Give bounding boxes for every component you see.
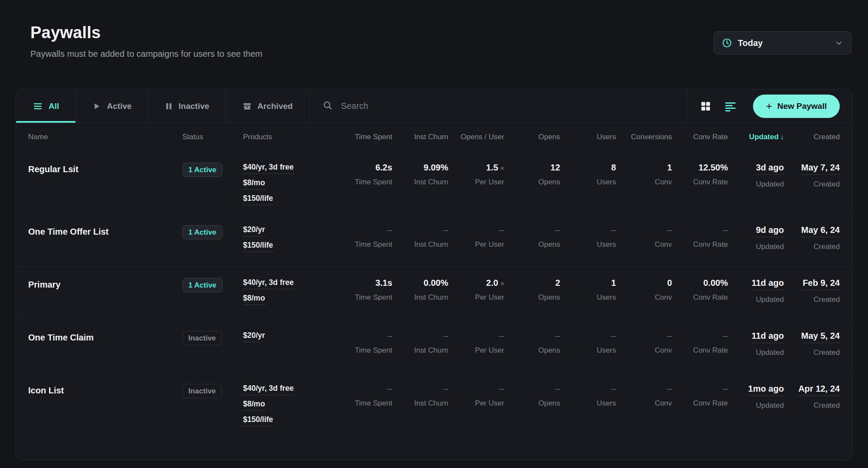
paywall-name: One Time Offer List	[28, 225, 182, 256]
status-cell: 1 Active	[182, 163, 243, 203]
tab-archived[interactable]: Archived	[226, 89, 309, 123]
metric-value-text: 3d ago	[756, 163, 784, 175]
product-item[interactable]: $150/life	[243, 415, 336, 424]
tab-inactive[interactable]: Inactive	[148, 89, 226, 123]
metric-sublabel: Time Spent	[336, 293, 392, 302]
metric-value-text: Apr 12, 24	[798, 384, 840, 396]
metric-sublabel: Conv Rate	[672, 240, 728, 249]
multiplier-suffix: ×	[500, 164, 504, 172]
metric-value: –	[336, 384, 392, 394]
paywalls-panel: AllActiveInactiveArchived	[16, 89, 852, 460]
tab-active[interactable]: Active	[76, 89, 148, 123]
paywall-name: Regular Lsit	[28, 163, 182, 203]
product-label: $40/yr, 3d free	[243, 278, 294, 289]
column-header-created[interactable]: Created	[784, 133, 840, 141]
column-header-users[interactable]: Users	[560, 133, 616, 141]
product-item[interactable]: $20/yr	[243, 331, 336, 340]
product-item[interactable]: $20/yr	[243, 225, 336, 234]
metric-sublabel: Conv	[616, 240, 672, 249]
column-header-conv_rate[interactable]: Conv Rate	[672, 133, 728, 141]
table-header-row: NameStatusProductsTime SpentInst ChurnOp…	[16, 123, 852, 151]
products-cell: $20/yr	[243, 331, 336, 362]
metric-time_spent: 3.1sTime Spent	[336, 278, 392, 309]
product-item[interactable]: $8/mo	[243, 294, 336, 303]
metric-inst_churn: 9.09%Inst Churn	[392, 163, 448, 203]
metric-sublabel: Updated	[728, 401, 784, 410]
status-badge: Inactive	[182, 384, 222, 398]
table-row[interactable]: One Time ClaimInactive$20/yr–Time Spent–…	[16, 319, 852, 372]
search-box[interactable]	[309, 89, 687, 123]
product-item[interactable]: $40/yr, 3d free	[243, 384, 336, 393]
table-row[interactable]: Primary1 Active$40/yr, 3d free$8/mo3.1sT…	[16, 266, 852, 319]
product-item[interactable]: $8/mo	[243, 178, 336, 187]
metric-per_user: 2.0×Per User	[448, 278, 504, 309]
metric-users: 8Users	[560, 163, 616, 203]
metric-value: –	[392, 384, 448, 394]
clock-icon	[722, 38, 732, 48]
metric-value: 6.2s	[336, 163, 392, 173]
product-label: $20/yr	[243, 225, 265, 236]
column-header-inst_churn[interactable]: Inst Churn	[392, 133, 448, 141]
metric-opens: 2Opens	[504, 278, 560, 309]
product-item[interactable]: $40/yr, 3d free	[243, 163, 336, 172]
metric-sublabel: Inst Churn	[392, 178, 448, 187]
product-label: $40/yr, 3d free	[243, 384, 294, 395]
metric-sublabel: Created	[784, 180, 840, 189]
column-header-opens[interactable]: Opens	[504, 133, 560, 141]
tab-label: Inactive	[178, 101, 209, 111]
tabs: AllActiveInactiveArchived	[16, 89, 309, 123]
play-icon	[92, 102, 101, 111]
metric-value: –	[448, 331, 504, 341]
metric-value: 12.50%	[672, 163, 728, 173]
column-header-time_spent[interactable]: Time Spent	[336, 133, 392, 141]
metric-per_user: –Per User	[448, 225, 504, 256]
metric-conv: 1Conv	[616, 163, 672, 203]
metric-users: –Users	[560, 225, 616, 256]
metric-sublabel: Updated	[728, 295, 784, 304]
metric-sublabel: Created	[784, 401, 840, 410]
metric-value: 1.5×	[448, 163, 504, 173]
metric-value: –	[336, 331, 392, 341]
metric-sublabel: Conv Rate	[672, 346, 728, 355]
metric-value: 8	[560, 163, 616, 173]
metric-conv_rate: –Conv Rate	[672, 331, 728, 362]
new-paywall-label: New Paywall	[777, 101, 827, 111]
column-header-name[interactable]: Name	[28, 133, 182, 141]
product-label: $8/mo	[243, 399, 265, 411]
new-paywall-button[interactable]: + New Paywall	[753, 95, 840, 118]
metric-value: 0	[616, 278, 672, 288]
table-row[interactable]: Regular Lsit1 Active$40/yr, 3d free$8/mo…	[16, 151, 852, 213]
date-filter-dropdown[interactable]: Today	[713, 31, 852, 55]
search-input[interactable]	[341, 101, 674, 111]
column-header-status[interactable]: Status	[182, 133, 243, 141]
metric-sublabel: Per User	[448, 399, 504, 408]
metric-sublabel: Updated	[728, 242, 784, 251]
metric-value: –	[448, 225, 504, 235]
metric-value: –	[616, 331, 672, 341]
metric-sublabel: Created	[784, 348, 840, 357]
product-item[interactable]: $150/life	[243, 194, 336, 203]
metric-sublabel: Users	[560, 178, 616, 187]
status-badge: Inactive	[182, 331, 222, 345]
metric-value: 0.00%	[672, 278, 728, 288]
tab-all[interactable]: All	[16, 89, 76, 123]
table-row[interactable]: One Time Offer List1 Active$20/yr$150/li…	[16, 213, 852, 266]
column-header-products[interactable]: Products	[243, 133, 336, 141]
metric-sublabel: Per User	[448, 293, 504, 302]
metric-value: –	[448, 384, 504, 394]
metric-users: –Users	[560, 384, 616, 424]
metric-value: 11d ago	[728, 331, 784, 343]
table-row[interactable]: Icon ListInactive$40/yr, 3d free$8/mo$15…	[16, 372, 852, 435]
product-item[interactable]: $40/yr, 3d free	[243, 278, 336, 287]
list-view-icon[interactable]	[724, 101, 736, 111]
metric-value: –	[560, 225, 616, 235]
metric-value: –	[504, 384, 560, 394]
column-header-conv[interactable]: Conversions	[616, 133, 672, 141]
column-header-per_user[interactable]: Opens / User	[448, 133, 504, 141]
product-item[interactable]: $8/mo	[243, 399, 336, 409]
product-item[interactable]: $150/life	[243, 241, 336, 250]
metric-value: Feb 9, 24	[784, 278, 840, 290]
metric-sublabel: Users	[560, 293, 616, 302]
column-header-updated[interactable]: Updated↓	[728, 133, 784, 141]
grid-view-icon[interactable]	[700, 101, 711, 112]
